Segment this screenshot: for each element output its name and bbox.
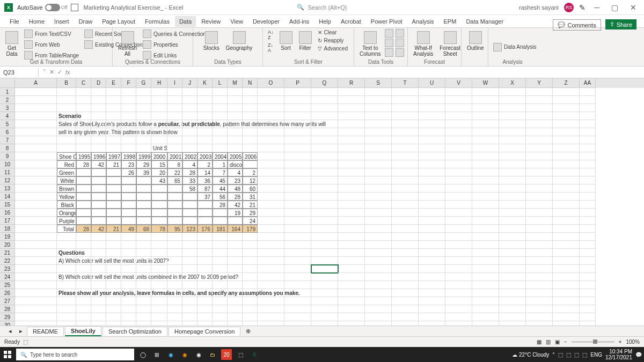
cell-F13[interactable] xyxy=(121,184,136,193)
row-header-17[interactable]: 17 xyxy=(0,217,15,225)
cell-P14[interactable] xyxy=(284,193,311,201)
cell-X6[interactable] xyxy=(499,128,526,136)
cell-B20[interactable] xyxy=(57,241,76,249)
cell-F5[interactable] xyxy=(121,120,136,128)
col-header-A[interactable]: A xyxy=(15,78,57,88)
cell-L3[interactable] xyxy=(213,104,228,112)
cell-C24[interactable] xyxy=(76,273,91,281)
cell-R21[interactable] xyxy=(338,249,365,257)
cell-T11[interactable] xyxy=(392,168,419,176)
cell-O26[interactable] xyxy=(258,289,284,297)
cell-F14[interactable] xyxy=(121,193,136,201)
cell-W27[interactable] xyxy=(472,297,499,305)
cell-N1[interactable] xyxy=(243,88,258,96)
cell-O18[interactable] xyxy=(258,225,284,233)
cell-A5[interactable] xyxy=(15,120,57,128)
cell-I24[interactable] xyxy=(167,273,182,281)
col-header-E[interactable]: E xyxy=(106,78,121,88)
cell-B14[interactable]: Yellow xyxy=(57,193,76,201)
cell-AA5[interactable] xyxy=(580,120,596,128)
cell-T21[interactable] xyxy=(392,249,419,257)
cell-J4[interactable] xyxy=(182,112,197,120)
cell-V13[interactable] xyxy=(445,184,472,193)
cell-I26[interactable] xyxy=(167,289,182,297)
cell-T27[interactable] xyxy=(392,297,419,305)
cell-R5[interactable] xyxy=(338,120,365,128)
cell-W30[interactable] xyxy=(472,321,499,326)
row-header-28[interactable]: 28 xyxy=(0,305,15,313)
cell-N19[interactable] xyxy=(243,233,258,241)
cell-J17[interactable] xyxy=(182,217,197,225)
cell-Z8[interactable] xyxy=(553,144,580,152)
cell-Y28[interactable] xyxy=(526,305,553,313)
from-textcsv[interactable]: From Text/CSV xyxy=(23,29,80,39)
cell-U24[interactable] xyxy=(419,273,445,281)
cell-P25[interactable] xyxy=(284,281,311,289)
cell-H14[interactable] xyxy=(151,193,167,201)
cell-Q18[interactable] xyxy=(311,225,338,233)
cell-AA17[interactable] xyxy=(580,217,596,225)
cell-W18[interactable] xyxy=(472,225,499,233)
cell-N27[interactable] xyxy=(243,297,258,305)
cell-AA24[interactable] xyxy=(580,273,596,281)
cell-V18[interactable] xyxy=(445,225,472,233)
cell-R1[interactable] xyxy=(338,88,365,96)
cell-R4[interactable] xyxy=(338,112,365,120)
cell-V20[interactable] xyxy=(445,241,472,249)
cell-H16[interactable] xyxy=(151,209,167,217)
cell-L16[interactable] xyxy=(213,209,228,217)
cell-I19[interactable] xyxy=(167,233,182,241)
cell-B23[interactable] xyxy=(57,265,76,273)
cell-R30[interactable] xyxy=(338,321,365,326)
cell-S27[interactable] xyxy=(365,297,392,305)
cell-F11[interactable]: 26 xyxy=(121,168,136,176)
cell-J13[interactable]: 58 xyxy=(182,184,197,193)
cell-L13[interactable]: 44 xyxy=(213,184,228,193)
cell-K11[interactable]: 14 xyxy=(197,168,213,176)
cell-E9[interactable]: 1997 xyxy=(106,152,121,160)
cell-H7[interactable] xyxy=(151,136,167,144)
cell-G6[interactable] xyxy=(136,128,151,136)
cell-R2[interactable] xyxy=(338,96,365,104)
share-button[interactable]: ⇪Share xyxy=(605,19,636,29)
cell-G22[interactable] xyxy=(136,257,151,265)
cell-E23[interactable] xyxy=(106,265,121,273)
app-badge[interactable]: 20 xyxy=(221,349,232,360)
cell-I9[interactable]: 2001 xyxy=(167,152,182,160)
cell-R8[interactable] xyxy=(338,144,365,152)
cell-A15[interactable] xyxy=(15,201,57,209)
cell-M7[interactable] xyxy=(228,136,243,144)
cell-P28[interactable] xyxy=(284,305,311,313)
cell-L2[interactable] xyxy=(213,96,228,104)
cell-S1[interactable] xyxy=(365,88,392,96)
cell-U4[interactable] xyxy=(419,112,445,120)
outline-button[interactable]: Outline xyxy=(465,29,486,65)
cell-D11[interactable] xyxy=(91,168,106,176)
cell-H19[interactable] xyxy=(151,233,167,241)
cell-R14[interactable] xyxy=(338,193,365,201)
cell-C22[interactable] xyxy=(76,257,91,265)
cell-M2[interactable] xyxy=(228,96,243,104)
cell-C21[interactable] xyxy=(76,249,91,257)
cell-M18[interactable]: 164 xyxy=(228,225,243,233)
cell-M28[interactable] xyxy=(228,305,243,313)
cell-N26[interactable] xyxy=(243,289,258,297)
cell-AA20[interactable] xyxy=(580,241,596,249)
cell-AA18[interactable] xyxy=(580,225,596,233)
add-sheet-button[interactable]: ⊕ xyxy=(241,328,255,335)
cell-U1[interactable] xyxy=(419,88,445,96)
cell-G2[interactable] xyxy=(136,96,151,104)
cell-V19[interactable] xyxy=(445,233,472,241)
cell-J29[interactable] xyxy=(182,313,197,321)
cell-T19[interactable] xyxy=(392,233,419,241)
tab-pagelayout[interactable]: Page Layout xyxy=(98,16,140,27)
cell-D29[interactable] xyxy=(91,313,106,321)
datamodel-icon[interactable] xyxy=(396,48,404,57)
row-header-18[interactable]: 18 xyxy=(0,225,15,233)
cell-C3[interactable] xyxy=(76,104,91,112)
cell-A4[interactable] xyxy=(15,112,57,120)
sheet-tab-searchoptimization[interactable]: Search Optimization xyxy=(103,327,167,336)
cell-T26[interactable] xyxy=(392,289,419,297)
cell-P29[interactable] xyxy=(284,313,311,321)
cell-E25[interactable] xyxy=(106,281,121,289)
